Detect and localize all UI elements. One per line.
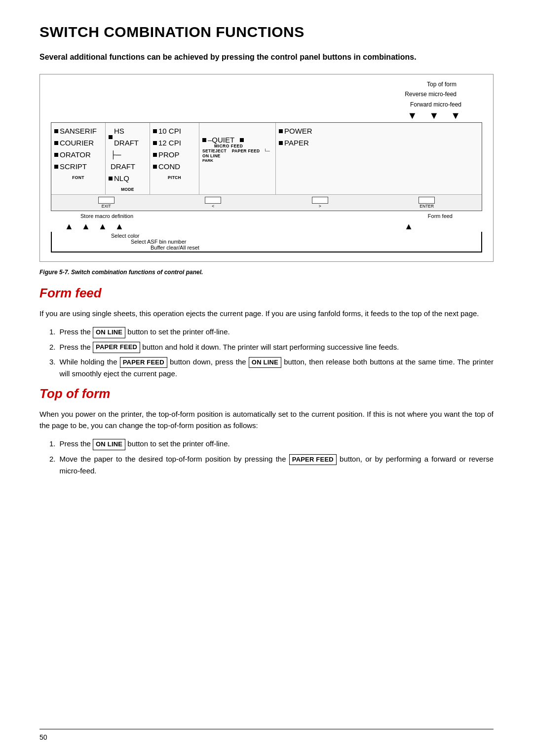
tof-step-2-text: Move the paper to the desired top-of-for… [60, 453, 494, 476]
mode-draft: ├─ DRAFT [109, 149, 147, 173]
buttons-row: EXIT < > ENTER [51, 194, 482, 211]
mode-hs-draft: HS DRAFT [109, 125, 147, 149]
top-of-form-list: 1. Press the ON LINE button to set the p… [49, 438, 494, 476]
btn-lt-wrap: < [161, 197, 266, 209]
arrow-forward: ▼ [451, 110, 460, 120]
step-1-text: Press the ON LINE button to set the prin… [60, 326, 230, 338]
form-feed-step-2: 2. Press the PAPER FEED button and hold … [49, 341, 494, 353]
top-arrows: ▼ ▼ ▼ [47, 110, 486, 120]
pitch-10cpi: 10 CPI [153, 125, 196, 137]
diagram-container: Top of form Reverse micro-feed Forward m… [39, 74, 494, 262]
bottom-bracket: Select color Select ASF bin number Buffe… [51, 232, 482, 252]
label-select-asf: Select ASF bin number [111, 239, 481, 245]
label-form-feed-diag: Form feed [428, 213, 453, 219]
col-pitch: 10 CPI 12 CPI PROP COND PITCH [150, 123, 199, 194]
font-courier: COURIER [54, 137, 102, 149]
step-2-text: Press the PAPER FEED button and hold it … [60, 341, 399, 353]
label-buffer-clear: Buffer clear/All reset [111, 245, 481, 251]
section-form-feed-heading: Form feed [39, 286, 494, 301]
btn-lt-label: < [212, 204, 214, 209]
top-label-reverse: Reverse micro-feed [405, 89, 457, 99]
tof-step-2-num: 2. [49, 453, 56, 476]
btn-paperfeed-1: PAPER FEED [93, 342, 140, 353]
step-3-num: 3. [49, 356, 56, 379]
park-label: PARK [202, 158, 272, 163]
figure-caption-bold: Figure 5-7. Switch combination functions… [39, 269, 203, 276]
col-font: SANSERIF COURIER ORATOR SCRIPT FONT [51, 123, 106, 194]
form-feed-list: 1. Press the ON LINE button to set the p… [49, 326, 494, 379]
btn-gt-wrap: > [268, 197, 372, 209]
col-mode: HS DRAFT ├─ DRAFT NLQ MODE [106, 123, 150, 194]
paper-item: PAPER [279, 137, 325, 149]
col-power: POWER PAPER [276, 123, 328, 194]
intro-text: Several additional functions can be achi… [39, 51, 494, 63]
form-feed-step-3: 3. While holding the PAPER FEED button d… [49, 356, 494, 379]
arrow-select2: ▲ [98, 221, 107, 232]
form-feed-step-1: 1. Press the ON LINE button to set the p… [49, 326, 494, 338]
arrow-store: ▲ [65, 221, 74, 232]
font-sanserif: SANSERIF [54, 125, 102, 137]
arrow-top-form: ▼ [408, 110, 418, 120]
diagram-inner: Top of form Reverse micro-feed Forward m… [40, 74, 493, 261]
control-panel: MICRO FEED SANSERIF COURIER ORATOR SCRIP… [51, 122, 482, 211]
top-label-top-of-form: Top of form [427, 79, 457, 89]
tof-step-1-num: 1. [49, 438, 56, 450]
top-form-step-1: 1. Press the ON LINE button to set the p… [49, 438, 494, 450]
bottom-arrows-area: ▲ ▲ ▲ ▲ ▲ Store macro definition Form fe… [51, 213, 482, 232]
col-seteject: –QUIET SET/EJECT PAPER FEED └─ ON LINE P… [199, 123, 276, 194]
btn-lt[interactable] [205, 197, 221, 204]
arrow-buffer: ▲ [115, 221, 124, 232]
pitch-12cpi: 12 CPI [153, 137, 196, 149]
pitch-title: PITCH [153, 175, 196, 180]
step-1-num: 1. [49, 326, 56, 338]
form-feed-body: If you are using single sheets, this ope… [39, 308, 494, 319]
mode-nlq: NLQ [109, 173, 147, 184]
font-orator: ORATOR [54, 149, 102, 161]
btn-online-tof: ON LINE [93, 439, 125, 450]
seteject-title: SET/EJECT PAPER FEED └─ ON LINE [202, 148, 272, 158]
arrow-formfeed: ▲ [404, 221, 413, 232]
arrow-select: ▲ [81, 221, 90, 232]
btn-gt-label: > [319, 204, 321, 209]
tof-step-1-text: Press the ON LINE button to set the prin… [60, 438, 230, 450]
set-quiet: –QUIET [202, 125, 272, 146]
page-footer: 50 [39, 729, 494, 741]
btn-gt[interactable] [312, 197, 328, 204]
pitch-prop: PROP [153, 149, 196, 161]
page-title: SWITCH COMBINATION FUNCTIONS [39, 24, 494, 40]
top-labels-area: Top of form Reverse micro-feed Forward m… [47, 79, 486, 109]
top-form-step-2: 2. Move the paper to the desired top-of-… [49, 453, 494, 476]
btn-paperfeed-2: PAPER FEED [120, 357, 167, 368]
figure-caption: Figure 5-7. Switch combination functions… [39, 269, 494, 276]
label-select-color: Select color [111, 233, 481, 239]
step-2-num: 2. [49, 341, 56, 353]
page-number: 50 [39, 733, 47, 741]
top-label-forward: Forward micro-feed [410, 100, 461, 109]
step-3-text: While holding the PAPER FEED button down… [60, 356, 494, 379]
btn-enter[interactable] [419, 197, 435, 204]
panel-grid: SANSERIF COURIER ORATOR SCRIPT FONT HS D… [51, 123, 482, 194]
power-item: POWER [279, 125, 325, 137]
section-top-of-form-heading: Top of form [39, 386, 494, 401]
btn-exit-wrap: EXIT [54, 197, 158, 209]
btn-paperfeed-tof: PAPER FEED [289, 454, 337, 465]
font-title: FONT [54, 175, 102, 180]
btn-enter-label: ENTER [419, 204, 434, 209]
micro-feed-label: MICRO FEED [214, 144, 243, 148]
btn-online-1: ON LINE [93, 327, 125, 338]
btn-exit[interactable] [98, 197, 114, 204]
btn-enter-wrap: ENTER [375, 197, 479, 209]
btn-exit-label: EXIT [102, 204, 111, 209]
arrow-reverse: ▼ [429, 110, 439, 120]
btn-online-2: ON LINE [249, 357, 281, 368]
label-store-macro: Store macro definition [80, 213, 133, 219]
font-script: SCRIPT [54, 161, 102, 173]
pitch-cond: COND [153, 161, 196, 173]
mode-title: MODE [109, 187, 147, 192]
top-of-form-body: When you power on the printer, the top-o… [39, 408, 494, 432]
